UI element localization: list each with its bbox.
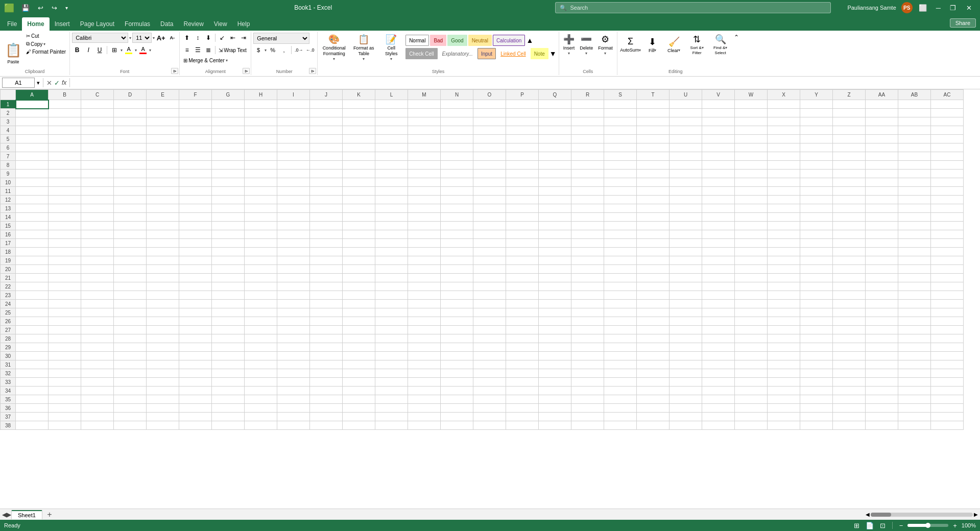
cell-L16[interactable] [375,230,408,239]
cell-L12[interactable] [375,196,408,204]
cell-N3[interactable] [441,117,473,126]
cell-S4[interactable] [604,126,637,135]
cell-AA31[interactable] [866,360,898,369]
cell-P29[interactable] [506,343,539,352]
cell-AB6[interactable] [898,143,931,152]
cell-H34[interactable] [245,387,277,395]
cell-O24[interactable] [473,300,506,308]
cell-AB31[interactable] [898,360,931,369]
cell-M3[interactable] [408,117,441,126]
cell-N7[interactable] [441,152,473,161]
cell-W38[interactable] [735,421,768,430]
row-header-30[interactable]: 30 [1,352,16,360]
cell-F1[interactable] [179,100,212,109]
cell-W37[interactable] [735,413,768,421]
cell-C13[interactable] [81,204,114,213]
cell-I10[interactable] [277,178,310,187]
cell-S37[interactable] [604,413,637,421]
cell-M35[interactable] [408,395,441,404]
cell-T17[interactable] [637,239,670,248]
cell-C2[interactable] [81,109,114,117]
col-header-i[interactable]: I [277,90,310,100]
cell-AB35[interactable] [898,395,931,404]
cell-L35[interactable] [375,395,408,404]
cell-W1[interactable] [735,100,768,109]
cell-AA19[interactable] [866,256,898,265]
row-header-23[interactable]: 23 [1,291,16,300]
cell-G5[interactable] [212,135,245,143]
cell-O16[interactable] [473,230,506,239]
cell-E36[interactable] [147,404,179,413]
cell-S27[interactable] [604,326,637,334]
cell-Z15[interactable] [833,222,866,230]
cell-U38[interactable] [670,421,702,430]
cell-U14[interactable] [670,213,702,222]
cell-Q30[interactable] [539,352,571,360]
cell-J33[interactable] [310,378,343,387]
cell-D32[interactable] [114,369,147,378]
cell-F35[interactable] [179,395,212,404]
cell-I16[interactable] [277,230,310,239]
cell-U20[interactable] [670,265,702,274]
cell-I18[interactable] [277,248,310,256]
cell-O32[interactable] [473,369,506,378]
cell-I4[interactable] [277,126,310,135]
cell-K18[interactable] [343,248,375,256]
cell-AB36[interactable] [898,404,931,413]
cell-S20[interactable] [604,265,637,274]
cell-AA16[interactable] [866,230,898,239]
cell-AC12[interactable] [931,196,964,204]
cell-R8[interactable] [571,161,604,170]
cell-O35[interactable] [473,395,506,404]
cell-K38[interactable] [343,421,375,430]
cell-H3[interactable] [245,117,277,126]
cell-P13[interactable] [506,204,539,213]
cell-R30[interactable] [571,352,604,360]
col-header-u[interactable]: U [670,90,702,100]
cell-AC22[interactable] [931,282,964,291]
cell-C6[interactable] [81,143,114,152]
style-bad[interactable]: Bad [430,35,446,46]
cell-V15[interactable] [702,222,735,230]
cell-P25[interactable] [506,308,539,317]
cell-W25[interactable] [735,308,768,317]
cell-O8[interactable] [473,161,506,170]
row-header-16[interactable]: 16 [1,230,16,239]
cell-T12[interactable] [637,196,670,204]
cell-D6[interactable] [114,143,147,152]
cell-P28[interactable] [506,334,539,343]
cell-H14[interactable] [245,213,277,222]
cell-I19[interactable] [277,256,310,265]
cell-N33[interactable] [441,378,473,387]
style-linked-cell[interactable]: Linked Cell [497,48,529,59]
cell-S24[interactable] [604,300,637,308]
cell-U32[interactable] [670,369,702,378]
cell-Y14[interactable] [800,213,833,222]
cell-B27[interactable] [49,326,81,334]
cell-L3[interactable] [375,117,408,126]
cell-T28[interactable] [637,334,670,343]
cell-T25[interactable] [637,308,670,317]
cell-K11[interactable] [343,187,375,196]
cell-W31[interactable] [735,360,768,369]
cell-P35[interactable] [506,395,539,404]
cell-X9[interactable] [768,170,800,178]
cell-L21[interactable] [375,274,408,282]
cell-L37[interactable] [375,413,408,421]
cell-E5[interactable] [147,135,179,143]
fill-btn[interactable]: ⬇ Fill ▾ [643,33,662,56]
cell-B30[interactable] [49,352,81,360]
cell-R27[interactable] [571,326,604,334]
align-center-btn[interactable]: ☰ [193,45,203,55]
cell-P14[interactable] [506,213,539,222]
cell-Y35[interactable] [800,395,833,404]
col-header-d[interactable]: D [114,90,147,100]
cell-D22[interactable] [114,282,147,291]
cell-G35[interactable] [212,395,245,404]
cell-W12[interactable] [735,196,768,204]
cell-J16[interactable] [310,230,343,239]
cell-Y28[interactable] [800,334,833,343]
cell-V38[interactable] [702,421,735,430]
italic-button[interactable]: I [83,45,93,55]
cell-A14[interactable] [16,213,49,222]
